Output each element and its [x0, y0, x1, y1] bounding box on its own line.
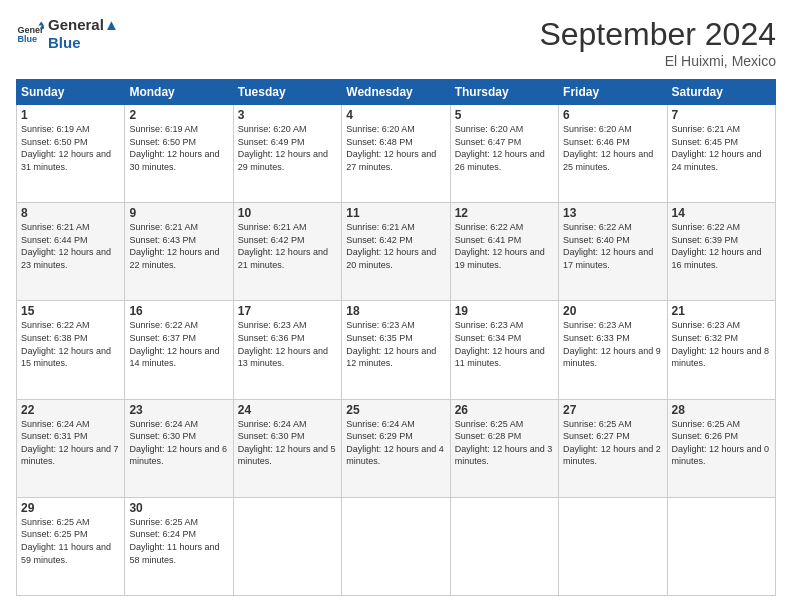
daylight-label: Daylight: 12 hours and 30 minutes. [129, 149, 219, 172]
calendar-cell: 20 Sunrise: 6:23 AM Sunset: 6:33 PM Dayl… [559, 301, 667, 399]
sunset-label: Sunset: 6:37 PM [129, 333, 196, 343]
sunset-label: Sunset: 6:39 PM [672, 235, 739, 245]
calendar-cell: 17 Sunrise: 6:23 AM Sunset: 6:36 PM Dayl… [233, 301, 341, 399]
calendar-cell: 10 Sunrise: 6:21 AM Sunset: 6:42 PM Dayl… [233, 203, 341, 301]
daylight-label: Daylight: 12 hours and 13 minutes. [238, 346, 328, 369]
day-info: Sunrise: 6:24 AM Sunset: 6:29 PM Dayligh… [346, 418, 445, 468]
daylight-label: Daylight: 12 hours and 21 minutes. [238, 247, 328, 270]
daylight-label: Daylight: 12 hours and 25 minutes. [563, 149, 653, 172]
sunset-label: Sunset: 6:29 PM [346, 431, 413, 441]
daylight-label: Daylight: 12 hours and 2 minutes. [563, 444, 661, 467]
day-number: 3 [238, 108, 337, 122]
daylight-label: Daylight: 12 hours and 27 minutes. [346, 149, 436, 172]
sunrise-label: Sunrise: 6:21 AM [672, 124, 741, 134]
day-header-thursday: Thursday [450, 80, 558, 105]
page: General Blue General▲ Blue September 202… [0, 0, 792, 612]
day-info: Sunrise: 6:22 AM Sunset: 6:38 PM Dayligh… [21, 319, 120, 369]
calendar-cell [342, 497, 450, 595]
sunset-label: Sunset: 6:47 PM [455, 137, 522, 147]
sunset-label: Sunset: 6:32 PM [672, 333, 739, 343]
sunrise-label: Sunrise: 6:19 AM [21, 124, 90, 134]
sunrise-label: Sunrise: 6:23 AM [563, 320, 632, 330]
svg-text:Blue: Blue [17, 34, 37, 44]
day-number: 16 [129, 304, 228, 318]
day-number: 8 [21, 206, 120, 220]
sunset-label: Sunset: 6:28 PM [455, 431, 522, 441]
daylight-label: Daylight: 12 hours and 12 minutes. [346, 346, 436, 369]
logo: General Blue General▲ Blue [16, 16, 119, 52]
day-number: 18 [346, 304, 445, 318]
day-number: 23 [129, 403, 228, 417]
month-title: September 2024 [539, 16, 776, 53]
calendar-cell [559, 497, 667, 595]
svg-text:General: General [17, 25, 44, 35]
daylight-label: Daylight: 11 hours and 58 minutes. [129, 542, 219, 565]
daylight-label: Daylight: 12 hours and 22 minutes. [129, 247, 219, 270]
day-info: Sunrise: 6:25 AM Sunset: 6:25 PM Dayligh… [21, 516, 120, 566]
day-number: 25 [346, 403, 445, 417]
calendar-week-0: 1 Sunrise: 6:19 AM Sunset: 6:50 PM Dayli… [17, 105, 776, 203]
day-number: 17 [238, 304, 337, 318]
daylight-label: Daylight: 12 hours and 4 minutes. [346, 444, 444, 467]
day-number: 20 [563, 304, 662, 318]
sunset-label: Sunset: 6:30 PM [129, 431, 196, 441]
sunset-label: Sunset: 6:36 PM [238, 333, 305, 343]
sunset-label: Sunset: 6:27 PM [563, 431, 630, 441]
sunset-label: Sunset: 6:30 PM [238, 431, 305, 441]
sunset-label: Sunset: 6:50 PM [21, 137, 88, 147]
day-number: 11 [346, 206, 445, 220]
sunrise-label: Sunrise: 6:25 AM [21, 517, 90, 527]
day-number: 9 [129, 206, 228, 220]
sunrise-label: Sunrise: 6:21 AM [21, 222, 90, 232]
day-number: 24 [238, 403, 337, 417]
day-info: Sunrise: 6:25 AM Sunset: 6:26 PM Dayligh… [672, 418, 771, 468]
day-info: Sunrise: 6:21 AM Sunset: 6:42 PM Dayligh… [346, 221, 445, 271]
day-info: Sunrise: 6:22 AM Sunset: 6:39 PM Dayligh… [672, 221, 771, 271]
calendar-cell: 15 Sunrise: 6:22 AM Sunset: 6:38 PM Dayl… [17, 301, 125, 399]
day-info: Sunrise: 6:23 AM Sunset: 6:34 PM Dayligh… [455, 319, 554, 369]
daylight-label: Daylight: 12 hours and 14 minutes. [129, 346, 219, 369]
day-info: Sunrise: 6:24 AM Sunset: 6:30 PM Dayligh… [238, 418, 337, 468]
sunset-label: Sunset: 6:45 PM [672, 137, 739, 147]
sunrise-label: Sunrise: 6:24 AM [129, 419, 198, 429]
day-info: Sunrise: 6:21 AM Sunset: 6:44 PM Dayligh… [21, 221, 120, 271]
day-number: 15 [21, 304, 120, 318]
sunrise-label: Sunrise: 6:24 AM [21, 419, 90, 429]
day-number: 7 [672, 108, 771, 122]
day-header-tuesday: Tuesday [233, 80, 341, 105]
day-info: Sunrise: 6:20 AM Sunset: 6:49 PM Dayligh… [238, 123, 337, 173]
daylight-label: Daylight: 12 hours and 8 minutes. [672, 346, 770, 369]
day-info: Sunrise: 6:22 AM Sunset: 6:41 PM Dayligh… [455, 221, 554, 271]
day-info: Sunrise: 6:25 AM Sunset: 6:27 PM Dayligh… [563, 418, 662, 468]
calendar-cell [450, 497, 558, 595]
day-info: Sunrise: 6:19 AM Sunset: 6:50 PM Dayligh… [21, 123, 120, 173]
day-info: Sunrise: 6:23 AM Sunset: 6:36 PM Dayligh… [238, 319, 337, 369]
day-number: 4 [346, 108, 445, 122]
sunrise-label: Sunrise: 6:22 AM [563, 222, 632, 232]
day-number: 14 [672, 206, 771, 220]
day-number: 13 [563, 206, 662, 220]
sunset-label: Sunset: 6:49 PM [238, 137, 305, 147]
calendar-cell: 11 Sunrise: 6:21 AM Sunset: 6:42 PM Dayl… [342, 203, 450, 301]
daylight-label: Daylight: 12 hours and 19 minutes. [455, 247, 545, 270]
daylight-label: Daylight: 12 hours and 17 minutes. [563, 247, 653, 270]
day-number: 10 [238, 206, 337, 220]
calendar-cell: 13 Sunrise: 6:22 AM Sunset: 6:40 PM Dayl… [559, 203, 667, 301]
day-info: Sunrise: 6:24 AM Sunset: 6:31 PM Dayligh… [21, 418, 120, 468]
calendar-cell: 21 Sunrise: 6:23 AM Sunset: 6:32 PM Dayl… [667, 301, 775, 399]
sunset-label: Sunset: 6:34 PM [455, 333, 522, 343]
calendar-body: 1 Sunrise: 6:19 AM Sunset: 6:50 PM Dayli… [17, 105, 776, 596]
calendar-cell: 16 Sunrise: 6:22 AM Sunset: 6:37 PM Dayl… [125, 301, 233, 399]
day-number: 28 [672, 403, 771, 417]
calendar-cell [667, 497, 775, 595]
sunset-label: Sunset: 6:25 PM [21, 529, 88, 539]
sunset-label: Sunset: 6:33 PM [563, 333, 630, 343]
svg-marker-2 [38, 21, 44, 25]
daylight-label: Daylight: 12 hours and 24 minutes. [672, 149, 762, 172]
calendar-cell: 14 Sunrise: 6:22 AM Sunset: 6:39 PM Dayl… [667, 203, 775, 301]
sunrise-label: Sunrise: 6:22 AM [455, 222, 524, 232]
day-info: Sunrise: 6:24 AM Sunset: 6:30 PM Dayligh… [129, 418, 228, 468]
sunrise-label: Sunrise: 6:19 AM [129, 124, 198, 134]
calendar-cell: 6 Sunrise: 6:20 AM Sunset: 6:46 PM Dayli… [559, 105, 667, 203]
sunrise-label: Sunrise: 6:20 AM [455, 124, 524, 134]
